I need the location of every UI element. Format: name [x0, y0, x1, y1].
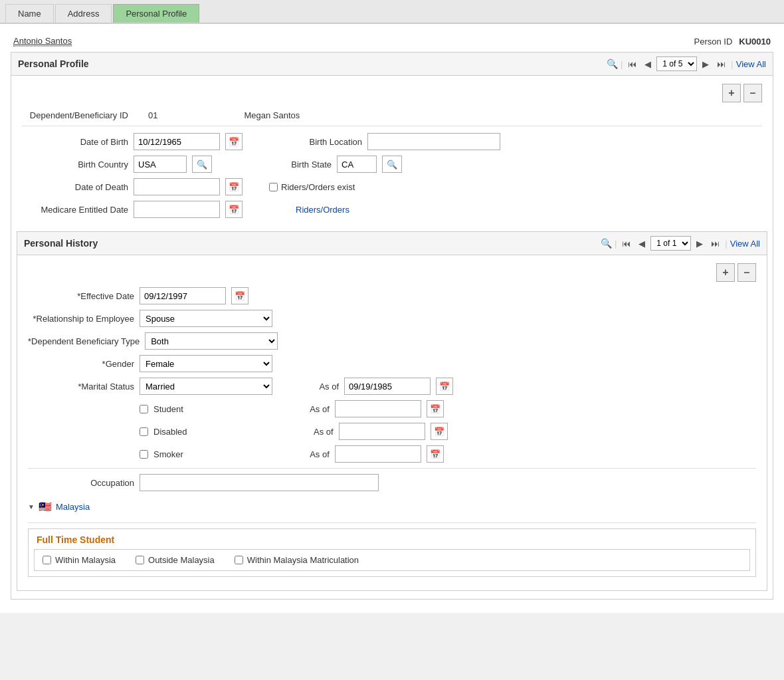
tab-address[interactable]: Address — [55, 4, 112, 23]
eff-date-calendar-btn[interactable]: 📅 — [231, 287, 248, 304]
gender-select[interactable]: Female Male — [140, 355, 272, 372]
medicare-row: Medicare Entitled Date 📅 Riders/Orders — [22, 201, 762, 218]
dob-row: Date of Birth 📅 Birth Location — [22, 133, 762, 150]
smoker-as-of-calendar-btn[interactable]: 📅 — [427, 445, 444, 463]
fts-title: Full Time Student — [29, 529, 755, 549]
student-checkbox[interactable] — [140, 405, 148, 413]
personal-history-panel: Personal History 🔍 | ⏮ ◀ 1 of 1 ▶ ⏭ | Vi… — [17, 231, 767, 591]
marital-select[interactable]: Married Single Divorced Widowed — [140, 378, 272, 395]
student-row: Student As of 📅 — [28, 400, 756, 417]
occupation-input[interactable] — [140, 474, 379, 491]
dob-input[interactable] — [134, 133, 220, 150]
birth-country-row: Birth Country 🔍 Birth State 🔍 — [22, 156, 762, 173]
action-btns: + – — [22, 84, 762, 102]
history-view-all-link[interactable]: View All — [730, 239, 760, 249]
tabs-bar: Name Address Personal Profile — [0, 0, 784, 24]
disabled-as-of-group: As of 📅 — [280, 423, 448, 440]
medicare-group: Medicare Entitled Date 📅 — [22, 201, 243, 218]
malaysia-flag-icon: 🇲🇾 — [39, 501, 52, 513]
dod-label: Date of Death — [22, 182, 128, 192]
rel-select[interactable]: Spouse Child Parent Other — [140, 310, 272, 327]
birth-country-group: Birth Country 🔍 — [22, 156, 212, 173]
birth-state-label: Birth State — [225, 160, 332, 170]
disabled-group: Disabled — [140, 427, 187, 437]
marital-row: *Marital Status Married Single Divorced … — [28, 378, 756, 395]
history-first-btn[interactable]: ⏮ — [619, 237, 633, 250]
disabled-as-of-calendar-btn[interactable]: 📅 — [431, 423, 448, 440]
student-as-of-input[interactable] — [335, 400, 421, 417]
student-as-of-group: As of 📅 — [276, 400, 444, 417]
student-label: Student — [153, 404, 183, 414]
personal-history-header: Personal History 🔍 | ⏮ ◀ 1 of 1 ▶ ⏭ | Vi… — [17, 232, 767, 255]
birth-loc-label: Birth Location — [256, 137, 362, 147]
dob-group: Date of Birth 📅 — [22, 133, 243, 150]
tab-personal-profile[interactable]: Personal Profile — [113, 4, 199, 23]
history-last-btn[interactable]: ⏭ — [708, 237, 722, 250]
search-button[interactable]: 🔍 — [607, 58, 618, 69]
fts-within-malaysia-item: Within Malaysia — [43, 555, 116, 565]
malaysia-section[interactable]: ▼ 🇲🇾 Malaysia — [28, 497, 756, 517]
prev-page-btn[interactable]: ◀ — [642, 58, 654, 70]
within-malaysia-checkbox[interactable] — [43, 556, 51, 564]
dod-group: Date of Death 📅 — [22, 178, 243, 195]
add-record-btn[interactable]: + — [722, 84, 741, 102]
history-next-btn[interactable]: ▶ — [694, 237, 706, 250]
marital-as-of-input[interactable] — [344, 378, 431, 395]
birth-loc-input[interactable] — [367, 133, 500, 150]
dep-ben-select[interactable]: Both Dependent Beneficiary — [145, 332, 278, 350]
occupation-row: Occupation — [28, 474, 756, 491]
page-select[interactable]: 1 of 5 2 of 5 3 of 5 4 of 5 5 of 5 — [656, 57, 697, 71]
next-page-btn[interactable]: ▶ — [700, 58, 712, 70]
add-history-btn[interactable]: + — [716, 263, 735, 282]
fts-panel: Full Time Student Within Malaysia Outsid… — [28, 528, 756, 577]
history-prev-btn[interactable]: ◀ — [636, 237, 648, 250]
history-search-btn[interactable]: 🔍 — [601, 238, 612, 249]
birth-state-search-btn[interactable]: 🔍 — [382, 156, 402, 173]
disabled-checkbox[interactable] — [140, 427, 148, 436]
student-as-of-calendar-btn[interactable]: 📅 — [427, 400, 444, 417]
disabled-as-of-input[interactable] — [339, 423, 425, 440]
disabled-row: Disabled As of 📅 — [28, 423, 756, 440]
birth-country-label: Birth Country — [22, 160, 128, 170]
personal-history-content: + – *Effective Date 📅 *Relationship to E… — [17, 255, 767, 590]
rel-row: *Relationship to Employee Spouse Child P… — [28, 310, 756, 327]
remove-history-btn[interactable]: – — [737, 263, 756, 282]
person-name[interactable]: Antonio Santos — [13, 36, 72, 47]
gender-row: *Gender Female Male — [28, 355, 756, 372]
eff-date-label: *Effective Date — [28, 291, 134, 301]
last-page-btn[interactable]: ⏭ — [714, 58, 728, 70]
smoker-as-of-group: As of 📅 — [276, 445, 444, 463]
marital-as-of-calendar-btn[interactable]: 📅 — [436, 378, 453, 395]
personal-profile-panel: Personal Profile 🔍 | ⏮ ◀ 1 of 5 2 of 5 3… — [11, 52, 773, 600]
smoker-as-of-input[interactable] — [335, 445, 421, 463]
outside-malaysia-checkbox[interactable] — [136, 556, 144, 564]
within-malaysia-matric-checkbox[interactable] — [235, 556, 243, 564]
malaysia-link[interactable]: Malaysia — [56, 502, 90, 512]
rel-label: *Relationship to Employee — [28, 314, 134, 324]
fts-checkboxes: Within Malaysia Outside Malaysia Within … — [34, 549, 750, 571]
birth-country-input[interactable] — [134, 156, 187, 173]
personal-history-title: Personal History — [24, 238, 595, 249]
occupation-label: Occupation — [28, 478, 134, 488]
person-header: Antonio Santos Person ID KU0010 — [11, 31, 773, 52]
remove-record-btn[interactable]: – — [743, 84, 762, 102]
gender-group: *Gender Female Male — [28, 355, 272, 372]
tab-name[interactable]: Name — [5, 4, 54, 23]
medicare-calendar-btn[interactable]: 📅 — [225, 201, 243, 218]
dob-calendar-btn[interactable]: 📅 — [225, 133, 243, 150]
medicare-input[interactable] — [134, 201, 220, 218]
dod-calendar-btn[interactable]: 📅 — [225, 178, 243, 195]
birth-loc-group: Birth Location — [256, 133, 500, 150]
riders-exist-checkbox[interactable] — [269, 183, 278, 191]
disabled-as-of-label: As of — [280, 427, 334, 437]
smoker-checkbox[interactable] — [140, 450, 148, 459]
medicare-label: Medicare Entitled Date — [22, 205, 128, 215]
birth-country-search-btn[interactable]: 🔍 — [192, 156, 212, 173]
dod-input[interactable] — [134, 178, 220, 195]
view-all-link[interactable]: View All — [736, 59, 766, 69]
eff-date-input[interactable] — [140, 287, 226, 304]
history-page-select[interactable]: 1 of 1 — [650, 236, 691, 251]
riders-orders-link[interactable]: Riders/Orders — [296, 205, 349, 215]
birth-state-input[interactable] — [337, 156, 377, 173]
first-page-btn[interactable]: ⏮ — [625, 58, 639, 70]
